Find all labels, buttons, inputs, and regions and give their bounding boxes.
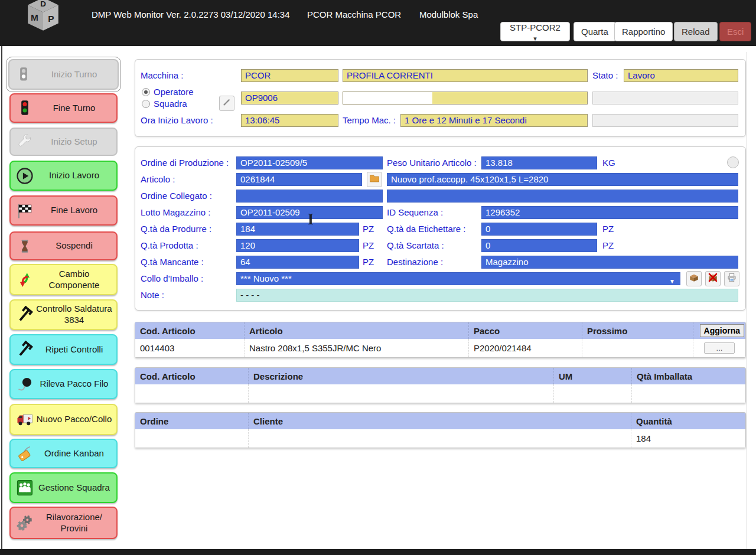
- checkered-flag-icon: [14, 202, 35, 220]
- topbar: D M P © DMP Web Monitor Ver. 2.0.2273 03…: [0, 0, 756, 46]
- ordine-produzione-field[interactable]: OP2011-02509/5: [236, 156, 383, 169]
- destinazione-field[interactable]: Magazzino: [481, 256, 738, 269]
- lotto-magazzino-label: Lotto Magazzino :: [141, 206, 210, 219]
- sidebar-item-label: Ripeti Controlli: [35, 344, 113, 355]
- row-options-button[interactable]: ...: [704, 342, 735, 354]
- sidebar-item-nuovo-pacco-collo[interactable]: Nuovo Pacco/Collo: [9, 404, 118, 435]
- traffic-light-icon: [14, 99, 35, 117]
- qta-mancante-field[interactable]: 64: [236, 256, 359, 269]
- sidebar-item-fine-turno[interactable]: Fine Turno: [9, 93, 118, 123]
- note-field[interactable]: - - - -: [236, 289, 738, 302]
- reload-button[interactable]: Reload: [674, 22, 718, 41]
- chevron-down-icon: ▾: [533, 35, 537, 42]
- articolo-field[interactable]: 0261844: [236, 173, 362, 186]
- station-dropdown-button[interactable]: STP-PCOR2 ▾: [500, 22, 570, 41]
- table-cell-action: ...: [693, 339, 745, 357]
- print-button[interactable]: [724, 271, 739, 286]
- macchina-code-field[interactable]: PCOR: [241, 69, 338, 82]
- svg-text:D: D: [40, 0, 46, 8]
- delete-pacco-button[interactable]: [705, 271, 721, 286]
- package-icon: [689, 272, 699, 285]
- machine-title: PCOR Macchina PCOR: [307, 9, 401, 19]
- bottom-bar: [0, 549, 756, 555]
- operatore-code-field[interactable]: OP9006: [241, 92, 338, 105]
- id-sequenza-field[interactable]: 1296352: [481, 206, 738, 219]
- qta-scartata-field[interactable]: 0: [481, 239, 597, 252]
- squadra-radio[interactable]: [142, 100, 150, 108]
- column-header: Ordine: [135, 413, 249, 429]
- sidebar-item-label: Gestione Squadra: [35, 482, 113, 494]
- table-cell: P2020/021484: [469, 339, 582, 357]
- package-delete-icon: [708, 272, 718, 285]
- table-cell: [554, 384, 632, 403]
- sidebar-item-label: Inizio Lavoro: [35, 170, 113, 181]
- table-cell: [135, 384, 249, 403]
- pacco-button[interactable]: [686, 271, 702, 286]
- column-header: Articolo: [245, 322, 469, 339]
- peso-unit: KG: [602, 156, 615, 169]
- tag-icon: [14, 445, 35, 462]
- ordine-collegato-desc-field[interactable]: [387, 190, 738, 203]
- ora-inizio-field[interactable]: 13:06:45: [241, 114, 338, 127]
- sidebar-item-label: Fine Turno: [35, 103, 113, 114]
- operatore-name-input[interactable]: [343, 92, 432, 104]
- collo-imballo-label: Collo d'Imballo :: [141, 272, 203, 285]
- rapportino-button[interactable]: Rapportino: [614, 22, 673, 41]
- table-cell: [249, 429, 631, 448]
- peso-unitario-field[interactable]: 13.818: [481, 156, 597, 169]
- qta-prodotta-field[interactable]: 120: [236, 239, 359, 252]
- sidebar-item-rilavorazione-provini[interactable]: Rilavorazione/ Provini: [9, 507, 118, 539]
- peso-unitario-label: Peso Unitario Articolo :: [387, 156, 477, 169]
- stato-field[interactable]: Lavoro: [624, 69, 738, 82]
- sidebar-item-rileva-pacco-filo[interactable]: Rileva Pacco Filo: [9, 369, 118, 399]
- esci-button[interactable]: Esci: [719, 22, 751, 41]
- sidebar-item-ripeti-controlli[interactable]: Ripeti Controlli: [9, 334, 118, 365]
- svg-text:©: ©: [55, 25, 58, 30]
- sidebar-item-ordine-kanban[interactable]: Ordine Kanban: [9, 439, 118, 468]
- table-cell: [632, 384, 745, 403]
- edit-operator-button[interactable]: [219, 96, 234, 111]
- sidebar-item-label: Cambio Componente: [35, 269, 113, 291]
- team-icon: [14, 479, 35, 497]
- caliper-icon: [14, 306, 35, 324]
- sidebar-item-fine-lavoro[interactable]: Fine Lavoro: [9, 195, 118, 226]
- qta-scartata-label: Q.tà Scartata :: [387, 239, 444, 252]
- qta-da-produrre-label: Q.tà da Produrre :: [141, 223, 211, 236]
- sidebar-item-inizio-turno[interactable]: Inizio Turno: [8, 59, 119, 90]
- tempo-mac-field[interactable]: 1 Ore e 12 Minuti e 17 Secondi: [400, 114, 588, 127]
- sidebar-item-inizio-setup[interactable]: Inizio Setup: [9, 128, 118, 156]
- table-cell: [249, 384, 554, 403]
- sidebar-item-inizio-lavoro[interactable]: Inizio Lavoro: [9, 161, 118, 191]
- quarta-button[interactable]: Quarta: [573, 22, 616, 41]
- sidebar-item-cambio-componente[interactable]: Cambio Componente: [9, 264, 118, 295]
- sidebar-item-sospendi[interactable]: Sospendi: [9, 231, 118, 260]
- chevron-down-icon: ▼: [669, 276, 675, 285]
- hourglass-icon: [14, 238, 35, 254]
- truck-icon: [14, 411, 35, 429]
- ordine-collegato-field[interactable]: [236, 190, 383, 203]
- sidebar-item-gestione-squadra[interactable]: Gestione Squadra: [9, 472, 118, 503]
- table-cell: 0014403: [135, 339, 245, 357]
- left-frame-line: [1, 46, 2, 549]
- sidebar-item-controllo-saldatura[interactable]: Controllo Saldatura 3834: [9, 299, 118, 330]
- aggiorna-button[interactable]: Aggiorna: [700, 324, 744, 337]
- macchina-desc-field[interactable]: PROFILA CORRENTI: [343, 69, 588, 82]
- open-articolo-button[interactable]: [367, 172, 382, 187]
- componenti-table: Cod. Articolo Articolo Pacco Prossimo Ag…: [135, 322, 746, 358]
- app-title: DMP Web Monitor Ver. 2.0.2273 03/12/2020…: [92, 9, 290, 19]
- play-icon: [14, 167, 35, 185]
- disabled-field-1: [592, 92, 738, 105]
- articolo-desc-field[interactable]: Nuovo prof.accopp. 45x120x1,5 L=2820: [387, 173, 738, 186]
- sidebar-item-label: Inizio Setup: [35, 136, 113, 148]
- table-cell: 184: [631, 429, 745, 448]
- operatore-radio[interactable]: [142, 88, 150, 96]
- qta-da-produrre-field[interactable]: 184: [236, 223, 359, 236]
- collo-imballo-select[interactable]: *** Nuovo *** ▼: [236, 272, 680, 285]
- sidebar-item-label: Controllo Saldatura 3834: [35, 303, 113, 326]
- column-header: Quantità: [631, 413, 745, 429]
- ordine-produzione-label: Ordine di Produzione :: [141, 156, 229, 169]
- qta-da-etichettare-unit: PZ: [602, 223, 614, 236]
- traffic-light-icon: [13, 66, 34, 83]
- wrench-icon: [14, 133, 35, 151]
- qta-da-etichettare-field[interactable]: 0: [481, 223, 597, 236]
